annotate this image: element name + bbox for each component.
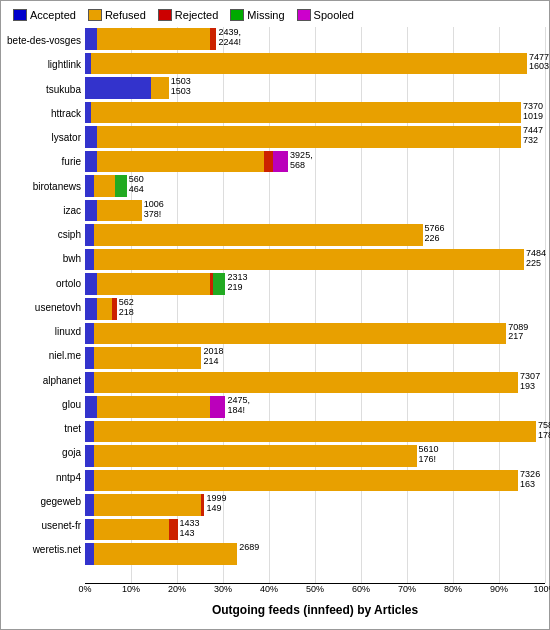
bar-row-birotanews: 560464 [85, 174, 545, 198]
y-label-usenetovh: usenetovh [5, 303, 85, 313]
bar-value-label-furie: 3925,568 [288, 151, 313, 171]
bar-value-label-linuxd: 7089217 [506, 323, 528, 343]
bar-segment-goja-accepted [85, 445, 94, 467]
x-axis-label-4: 40% [260, 584, 278, 594]
bar-row-weretis.net: 2689 [85, 542, 545, 566]
bar-segment-furie-refused [97, 151, 264, 173]
x-axis-label-0: 0% [78, 584, 91, 594]
bar-segment-tsukuba-accepted [85, 77, 151, 99]
bar-segment-goja-refused [94, 445, 417, 467]
bar-segment-niel.me-refused [94, 347, 202, 369]
y-label-birotanews: birotanews [5, 182, 85, 192]
bar-segment-usenet-fr-rejected [169, 519, 178, 541]
bar-row-goja: 5610176! [85, 444, 545, 468]
y-label-linuxd: linuxd [5, 327, 85, 337]
bar-value-label-lysator: 7447732 [521, 126, 543, 146]
bar-segment-furie-rejected [264, 151, 273, 173]
y-label-nntp4: nntp4 [5, 473, 85, 483]
bar-segment-birotanews-accepted [85, 175, 94, 197]
bar-segment-lysator-refused [97, 126, 521, 148]
bar-row-nntp4: 7326163 [85, 469, 545, 493]
legend-item-refused: Refused [88, 9, 146, 21]
y-label-usenet-fr: usenet-fr [5, 521, 85, 531]
bar-segment-usenetovh-refused [97, 298, 112, 320]
y-label-glou: glou [5, 400, 85, 410]
bar-segment-tnet-refused [94, 421, 536, 443]
bar-segment-glou-spooled [210, 396, 225, 418]
bar-row-bwh: 7484225 [85, 248, 545, 272]
bar-value-label-csiph: 5766226 [423, 224, 445, 244]
bar-segment-ortolo-accepted [85, 273, 97, 295]
bar-segment-usenetovh-accepted [85, 298, 97, 320]
bar-segment-gegeweb-refused [94, 494, 202, 516]
bar-segment-alphanet-accepted [85, 372, 94, 394]
bar-segment-weretis.net-refused [94, 543, 237, 565]
bar-row-tnet: 7583178 [85, 420, 545, 444]
legend-item-rejected: Rejected [158, 9, 218, 21]
y-label-goja: goja [5, 448, 85, 458]
bar-segment-bete-des-vosges-refused [97, 28, 211, 50]
y-label-niel.me: niel.me [5, 351, 85, 361]
bar-segment-alphanet-refused [94, 372, 518, 394]
bar-value-label-lightlink: 74771603 [527, 53, 549, 73]
bar-segment-ortolo-missing [213, 273, 225, 295]
bar-segment-glou-refused [97, 396, 211, 418]
y-label-csiph: csiph [5, 230, 85, 240]
bar-segment-lightlink-refused [91, 53, 527, 75]
bar-value-label-tnet: 7583178 [536, 421, 550, 441]
y-label-bete-des-vosges: bete-des-vosges [5, 36, 85, 46]
y-label-izac: izac [5, 206, 85, 216]
bar-segment-lysator-accepted [85, 126, 97, 148]
y-label-lysator: lysator [5, 133, 85, 143]
x-axis-label-10: 100% [533, 584, 550, 594]
bar-segment-izac-accepted [85, 200, 97, 222]
bar-segment-birotanews-refused [94, 175, 115, 197]
bar-segment-tnet-accepted [85, 421, 94, 443]
bar-segment-httrack-refused [91, 102, 521, 124]
bar-value-label-usenetovh: 562218 [117, 298, 134, 318]
y-label-tsukuba: tsukuba [5, 85, 85, 95]
bar-row-alphanet: 7307193 [85, 371, 545, 395]
bar-row-tsukuba: 15031503 [85, 76, 545, 100]
x-axis-label-6: 60% [352, 584, 370, 594]
bar-row-usenetovh: 562218 [85, 297, 545, 321]
bar-row-linuxd: 7089217 [85, 322, 545, 346]
bar-segment-gegeweb-accepted [85, 494, 94, 516]
bar-segment-ortolo-refused [97, 273, 211, 295]
x-axis-label-9: 90% [490, 584, 508, 594]
bar-value-label-ortolo: 2313219 [225, 273, 247, 293]
bar-row-ortolo: 2313219 [85, 272, 545, 296]
bar-row-usenet-fr: 1433143 [85, 518, 545, 542]
bar-segment-furie-spooled [273, 151, 288, 173]
y-label-gegeweb: gegeweb [5, 497, 85, 507]
y-label-tnet: tnet [5, 424, 85, 434]
bar-segment-linuxd-refused [94, 323, 506, 345]
bar-value-label-goja: 5610176! [417, 445, 439, 465]
y-label-httrack: httrack [5, 109, 85, 119]
bar-segment-usenet-fr-accepted [85, 519, 94, 541]
x-axis-label-2: 20% [168, 584, 186, 594]
bar-segment-izac-refused [97, 200, 142, 222]
y-label-ortolo: ortolo [5, 279, 85, 289]
x-axis-label-7: 70% [398, 584, 416, 594]
legend-item-missing: Missing [230, 9, 284, 21]
bar-segment-csiph-accepted [85, 224, 94, 246]
bar-segment-furie-accepted [85, 151, 97, 173]
y-label-lightlink: lightlink [5, 60, 85, 70]
bar-row-furie: 3925,568 [85, 150, 545, 174]
legend-item-accepted: Accepted [13, 9, 76, 21]
bar-value-label-weretis.net: 2689 [237, 543, 259, 553]
bar-segment-niel.me-accepted [85, 347, 94, 369]
bar-segment-csiph-refused [94, 224, 423, 246]
bar-segment-nntp4-refused [94, 470, 518, 492]
y-label-bwh: bwh [5, 254, 85, 264]
bar-value-label-bwh: 7484225 [524, 249, 546, 269]
bar-value-label-nntp4: 7326163 [518, 470, 540, 490]
y-label-alphanet: alphanet [5, 376, 85, 386]
y-label-furie: furie [5, 157, 85, 167]
axis-title: Outgoing feeds (innfeed) by Articles [85, 603, 545, 617]
bar-row-bete-des-vosges: 2439,2244! [85, 27, 545, 51]
bar-segment-birotanews-missing [115, 175, 127, 197]
bar-row-izac: 1006378! [85, 199, 545, 223]
bar-value-label-birotanews: 560464 [127, 175, 144, 195]
